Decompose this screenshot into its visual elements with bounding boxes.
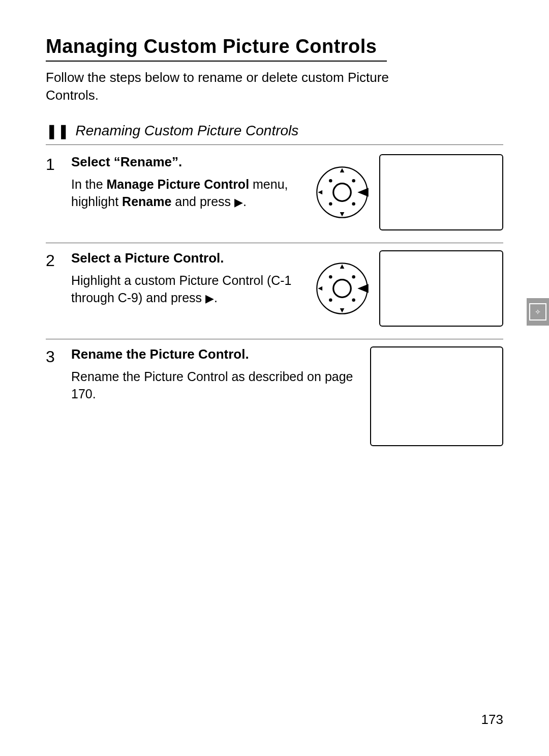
svg-point-8 [329,202,332,206]
multi-selector-icon [313,261,371,316]
svg-point-16 [329,275,332,278]
subsection-marker: ❚❚ [46,123,73,139]
lcd-screenshot-placeholder [379,154,503,230]
svg-point-18 [329,299,332,302]
step-number: 2 [46,250,71,327]
step-1: 1 Select “Rename”. In the Manage Picture… [46,147,503,243]
subsection-title: Renaming Custom Picture Controls [75,123,298,139]
step-text: In the Manage Picture Control menu, high… [71,176,308,211]
step-number: 1 [46,154,71,230]
svg-point-17 [352,275,355,278]
lcd-screenshot-placeholder [379,250,503,327]
step-number: 3 [46,346,71,446]
step-text: Rename the Picture Control as described … [71,368,356,403]
picture-control-icon: ✧ [529,303,546,321]
intro-text: Follow the steps below to rename or dele… [46,69,432,104]
step-head: Select “Rename”. [71,154,308,170]
svg-point-7 [352,179,355,182]
section-tab: ✧ [527,298,549,326]
step-head: Rename the Picture Control. [71,346,365,362]
svg-point-1 [333,184,351,201]
step-text: Highlight a custom Picture Control (C-1 … [71,272,308,307]
svg-point-6 [329,179,332,182]
step-head: Select a Picture Control. [71,250,308,266]
lcd-screenshot-placeholder [370,346,503,446]
step-2: 2 Select a Picture Control. Highlight a … [46,243,503,339]
step-3: 3 Rename the Picture Control. Rename the… [46,339,503,458]
svg-point-19 [352,299,355,302]
svg-point-11 [333,280,351,298]
page-number: 173 [481,712,503,728]
page-title: Managing Custom Picture Controls [46,36,377,57]
svg-point-9 [352,202,355,206]
multi-selector-icon [313,165,371,220]
